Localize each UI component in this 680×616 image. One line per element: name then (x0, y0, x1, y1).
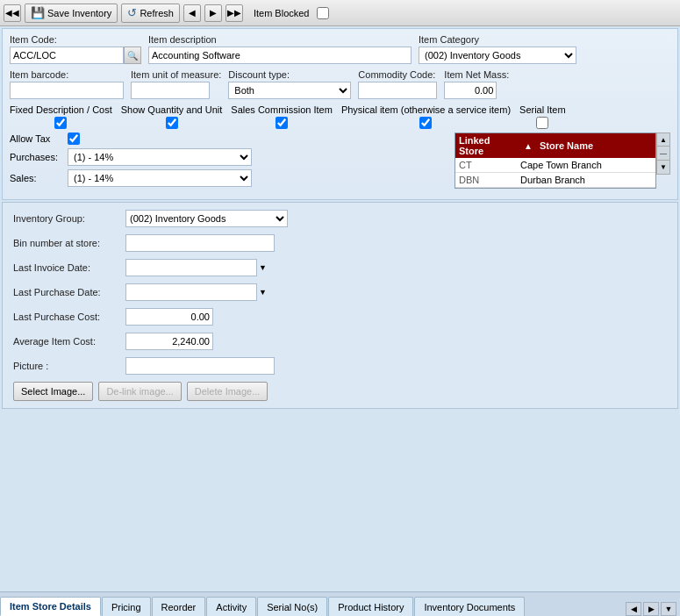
delete-image-button[interactable]: Delete Image... (187, 382, 268, 401)
inventory-group-select[interactable]: (002) Inventory Goods (125, 210, 288, 227)
image-buttons-row: Select Image... De-link image... Delete … (13, 382, 667, 401)
fixed-desc-checkbox[interactable] (54, 117, 67, 129)
item-barcode-label: Item barcode: (10, 69, 124, 80)
item-category-group: Item Category (002) Inventory Goods (419, 34, 576, 64)
nav-last-button[interactable]: ▶▶ (225, 4, 243, 22)
last-purchase-date-input[interactable] (125, 283, 257, 301)
sales-label: Sales: (10, 173, 62, 183)
stores-scroll-up-button[interactable]: ▲ (656, 133, 670, 147)
purchases-row: Purchases: (1) - 14% Exempt (10, 148, 252, 166)
bin-number-input[interactable] (125, 234, 275, 252)
sort-icon: ▲ (524, 141, 533, 151)
tab-serial-nos[interactable]: Serial No(s) (257, 597, 327, 616)
select-image-button[interactable]: Select Image... (13, 382, 93, 401)
tab-activity[interactable]: Activity (206, 597, 256, 616)
store-row-ct[interactable]: CT Cape Town Branch (455, 158, 655, 173)
form-row-4: Allow Tax Purchases: (1) - 14% Exempt Sa… (10, 133, 670, 189)
average-item-cost-row: Average Item Cost: (13, 333, 667, 350)
sales-commission-label: Sales Commission Item (231, 104, 333, 115)
physical-item-checkbox[interactable] (419, 117, 432, 129)
item-barcode-group: Item barcode: (10, 69, 124, 99)
discount-type-label: Discount type: (228, 69, 351, 80)
item-code-input-group: ACC/LOC 🔍 (10, 47, 141, 64)
serial-item-checkbox[interactable] (536, 117, 548, 129)
bin-number-label: Bin number at store: (13, 238, 118, 248)
tab-item-store-details[interactable]: Item Store Details (0, 597, 101, 616)
purchases-tax-select[interactable]: (1) - 14% Exempt (68, 148, 252, 166)
nav-prev-button[interactable]: ◀ (183, 4, 201, 22)
store-name-ct: Cape Town Branch (520, 160, 652, 170)
last-invoice-date-group: ▼ (125, 259, 267, 276)
item-uom-label: Item unit of measure: (131, 69, 221, 80)
item-description-input[interactable] (148, 47, 412, 64)
tab-product-history[interactable]: Product History (328, 597, 413, 616)
serial-item-checkbox-group: Serial Item (519, 104, 566, 129)
picture-row: Picture : (13, 357, 667, 375)
last-purchase-cost-input[interactable] (125, 308, 213, 326)
stores-scroll-down-button[interactable]: ▼ (656, 161, 670, 175)
stores-linked-col-header: LinkedStore (459, 135, 520, 156)
last-invoice-date-input[interactable] (125, 259, 257, 276)
tab-inventory-documents[interactable]: Inventory Documents (414, 597, 525, 616)
tab-nav-buttons: ◀ ▶ ▼ (626, 602, 680, 616)
tab-nav-menu-button[interactable]: ▼ (661, 602, 676, 616)
show-qty-label: Show Quantity and Unit (121, 104, 223, 115)
item-net-mass-input[interactable] (444, 82, 497, 99)
allow-tax-row: Allow Tax (10, 133, 252, 145)
sales-row: Sales: (1) - 14% Exempt (10, 169, 252, 187)
sales-commission-checkbox[interactable] (276, 117, 288, 129)
sales-tax-select[interactable]: (1) - 14% Exempt (68, 169, 252, 187)
save-inventory-button[interactable]: 💾 Save Inventory (25, 4, 118, 23)
fixed-desc-checkbox-group: Fixed Description / Cost (10, 104, 112, 129)
stores-table: LinkedStore ▲ Store Name CT Cape Town Br… (455, 133, 656, 189)
bin-number-row: Bin number at store: (13, 234, 667, 252)
item-blocked-label: Item Blocked (254, 8, 310, 18)
store-name-dbn: Durban Branch (520, 175, 652, 185)
nav-next-button[interactable]: ▶ (204, 4, 222, 22)
main-form: Item Code: ACC/LOC 🔍 Item description It… (2, 28, 678, 200)
item-net-mass-label: Item Net Mass: (444, 69, 509, 80)
tab-reorder[interactable]: Reorder (152, 597, 206, 616)
item-barcode-input[interactable] (10, 82, 124, 99)
nav-first-button[interactable]: ◀◀ (4, 4, 21, 22)
commodity-code-input[interactable] (358, 82, 437, 99)
refresh-icon: ↺ (127, 6, 137, 19)
show-qty-checkbox[interactable] (166, 117, 178, 129)
tabs-bar: Item Store Details Pricing Reorder Activ… (0, 591, 680, 616)
item-code-input[interactable]: ACC/LOC (10, 47, 124, 64)
second-panel: Inventory Group: (002) Inventory Goods B… (2, 202, 678, 409)
last-purchase-date-row: Last Purchase Date: ▼ (13, 283, 667, 301)
stores-scroll-mid-button[interactable]: — (656, 147, 670, 161)
tab-pricing[interactable]: Pricing (102, 597, 151, 616)
average-item-cost-input[interactable] (125, 333, 213, 350)
refresh-button[interactable]: ↺ Refresh (121, 4, 180, 23)
save-label: Save Inventory (47, 8, 111, 18)
item-uom-input[interactable] (131, 82, 210, 99)
tax-section: Allow Tax Purchases: (1) - 14% Exempt Sa… (10, 133, 252, 187)
picture-input[interactable] (125, 357, 275, 375)
inventory-group-row: Inventory Group: (002) Inventory Goods (13, 210, 667, 227)
average-item-cost-label: Average Item Cost: (13, 336, 118, 347)
last-purchase-dropdown-icon[interactable]: ▼ (259, 288, 267, 297)
last-invoice-dropdown-icon[interactable]: ▼ (259, 263, 267, 272)
item-code-search-button[interactable]: 🔍 (124, 47, 141, 64)
store-code-ct: CT (459, 160, 520, 170)
last-invoice-row: Last Invoice Date: ▼ (13, 259, 667, 276)
item-code-label: Item Code: (10, 34, 141, 45)
commodity-code-label: Commodity Code: (358, 69, 437, 80)
item-description-label: Item description (148, 34, 412, 45)
item-blocked-checkbox[interactable] (317, 7, 329, 19)
stores-scroll-buttons: ▲ — ▼ (656, 133, 670, 189)
allow-tax-checkbox[interactable] (68, 133, 80, 145)
discount-type-select[interactable]: Both Trade Cash None (228, 82, 351, 99)
tab-nav-left-button[interactable]: ◀ (626, 602, 641, 616)
stores-name-col-header: Store Name (540, 140, 652, 151)
item-category-select[interactable]: (002) Inventory Goods (419, 47, 576, 64)
delink-image-button[interactable]: De-link image... (98, 382, 181, 401)
last-purchase-cost-label: Last Purchase Cost: (13, 312, 118, 322)
form-row-2: Item barcode: Item unit of measure: Disc… (10, 69, 670, 99)
tab-nav-right-button[interactable]: ▶ (643, 602, 659, 616)
store-row-dbn[interactable]: DBN Durban Branch (455, 173, 655, 188)
serial-item-label: Serial Item (519, 104, 566, 115)
refresh-label: Refresh (140, 8, 174, 18)
